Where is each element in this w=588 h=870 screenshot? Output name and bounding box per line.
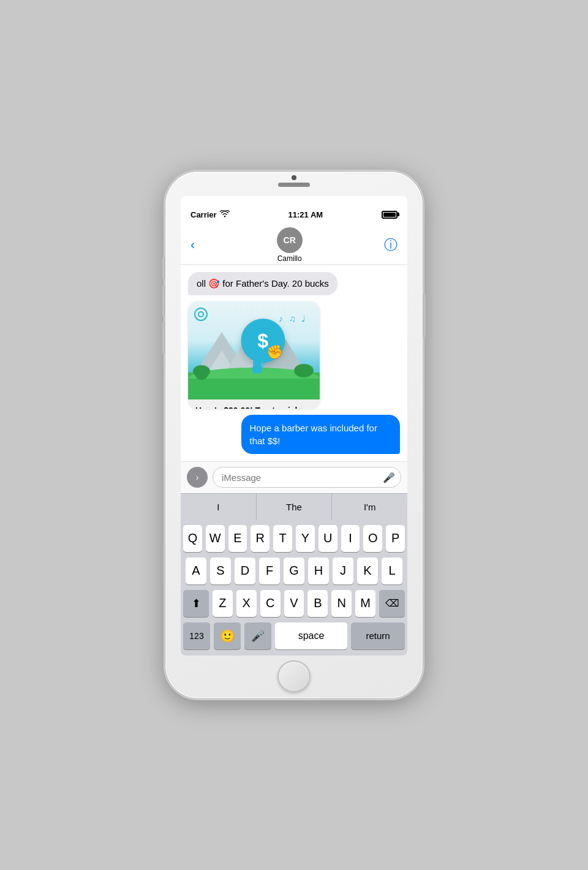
speaker bbox=[278, 183, 310, 187]
circle-pay-card[interactable]: $ ✊ ♪ ♫ ♩ Here's $20.00! Tap to pickup. … bbox=[188, 301, 320, 409]
space-key[interactable]: space bbox=[275, 622, 347, 649]
key-x[interactable]: X bbox=[236, 590, 257, 617]
key-i[interactable]: I bbox=[341, 525, 360, 552]
nav-center: CR Camillo bbox=[277, 227, 303, 263]
keyboard-row-1: Q W E R T Y U I O P bbox=[183, 525, 405, 552]
predictive-item-i[interactable]: I bbox=[181, 494, 256, 520]
coin-arm: ✊ bbox=[266, 344, 283, 360]
key-h[interactable]: H bbox=[308, 558, 329, 584]
info-button[interactable]: ⓘ bbox=[384, 236, 398, 254]
camera bbox=[292, 175, 296, 180]
back-button[interactable]: ‹ bbox=[190, 237, 195, 253]
key-o[interactable]: O bbox=[363, 525, 382, 552]
key-t[interactable]: T bbox=[273, 525, 292, 552]
key-w[interactable]: W bbox=[206, 525, 225, 552]
contact-avatar: CR bbox=[277, 227, 303, 253]
keyboard-bottom-row: 123 🙂 🎤 space return bbox=[183, 622, 405, 649]
key-k[interactable]: K bbox=[357, 558, 378, 584]
nav-bar: ‹ CR Camillo ⓘ bbox=[181, 225, 407, 265]
vol-up-button[interactable] bbox=[162, 285, 165, 317]
power-button[interactable] bbox=[423, 294, 426, 337]
key-p[interactable]: P bbox=[386, 525, 405, 552]
battery-icon bbox=[382, 211, 398, 219]
status-bar: Carrier 11:21 AM bbox=[181, 203, 407, 225]
wifi-icon bbox=[220, 210, 230, 219]
input-area: › 🎤 bbox=[181, 461, 407, 493]
predictive-bar: I The I'm bbox=[181, 493, 407, 520]
key-a[interactable]: A bbox=[186, 558, 206, 584]
circle-pay-image: $ ✊ ♪ ♫ ♩ bbox=[188, 301, 320, 399]
message-area: oll 🎯 for Father's Day. 20 bucks bbox=[181, 265, 407, 461]
key-y[interactable]: Y bbox=[296, 525, 315, 552]
circle-pay-amount: Here's $20.00! Tap to pickup. bbox=[195, 406, 312, 409]
outgoing-message: Hope a barber was included for that $$! bbox=[241, 415, 401, 454]
phone-frame: Carrier 11:21 AM ‹ bbox=[165, 172, 423, 698]
music-notes: ♪ ♫ ♩ bbox=[279, 314, 307, 323]
status-right bbox=[382, 211, 398, 219]
circle-pay-text-area: Here's $20.00! Tap to pickup. Sent with … bbox=[188, 399, 320, 409]
key-u[interactable]: U bbox=[318, 525, 337, 552]
key-q[interactable]: Q bbox=[183, 525, 202, 552]
predictive-item-the[interactable]: The bbox=[256, 494, 333, 520]
shift-key[interactable]: ⬆ bbox=[183, 590, 209, 617]
keyboard-row-2: A S D F G H J K L bbox=[183, 558, 405, 584]
key-v[interactable]: V bbox=[284, 590, 304, 617]
key-b[interactable]: B bbox=[307, 590, 328, 617]
input-wrapper: 🎤 bbox=[213, 467, 401, 488]
key-f[interactable]: F bbox=[259, 558, 280, 584]
emoji-key[interactable]: 🙂 bbox=[214, 622, 241, 649]
carrier-label: Carrier bbox=[190, 210, 217, 219]
circle-pay-logo bbox=[194, 308, 208, 321]
outgoing-text: Hope a barber was included for that $$! bbox=[250, 423, 377, 446]
predictive-item-im[interactable]: I'm bbox=[332, 494, 407, 520]
notch bbox=[278, 175, 310, 187]
bush-left bbox=[193, 365, 210, 377]
vol-down-button[interactable] bbox=[162, 322, 165, 354]
expand-apps-button[interactable]: › bbox=[187, 467, 208, 488]
keyboard-row-3: ⬆ Z X C V B N M ⌫ bbox=[183, 590, 405, 617]
key-z[interactable]: Z bbox=[213, 590, 233, 617]
contact-name: Camillo bbox=[277, 254, 302, 263]
keyboard-mic-key[interactable]: 🎤 bbox=[244, 622, 271, 649]
key-s[interactable]: S bbox=[210, 558, 231, 584]
home-button[interactable] bbox=[277, 660, 311, 692]
key-j[interactable]: J bbox=[333, 558, 353, 584]
key-n[interactable]: N bbox=[331, 590, 352, 617]
avatar-initials: CR bbox=[284, 235, 296, 245]
battery-fill bbox=[383, 213, 396, 217]
key-g[interactable]: G bbox=[284, 558, 304, 584]
status-left: Carrier bbox=[190, 210, 230, 219]
key-e[interactable]: E bbox=[228, 525, 247, 552]
phone-screen: Carrier 11:21 AM ‹ bbox=[181, 196, 407, 656]
key-r[interactable]: R bbox=[251, 525, 270, 552]
mic-icon[interactable]: 🎤 bbox=[383, 472, 395, 483]
numbers-key[interactable]: 123 bbox=[183, 622, 210, 649]
incoming-text-partial: oll 🎯 for Father's Day. 20 bucks bbox=[197, 278, 329, 289]
time-label: 11:21 AM bbox=[288, 210, 323, 219]
delete-key[interactable]: ⌫ bbox=[379, 590, 405, 617]
key-m[interactable]: M bbox=[355, 590, 375, 617]
key-c[interactable]: C bbox=[260, 590, 281, 617]
message-input[interactable] bbox=[213, 467, 401, 488]
key-d[interactable]: D bbox=[235, 558, 255, 584]
keyboard: Q W E R T Y U I O P A S D F G H J K bbox=[181, 520, 407, 656]
key-l[interactable]: L bbox=[382, 558, 402, 584]
circle-pay-logo-inner bbox=[198, 311, 204, 317]
incoming-message-partial: oll 🎯 for Father's Day. 20 bucks bbox=[188, 272, 337, 295]
return-key[interactable]: return bbox=[351, 622, 405, 649]
